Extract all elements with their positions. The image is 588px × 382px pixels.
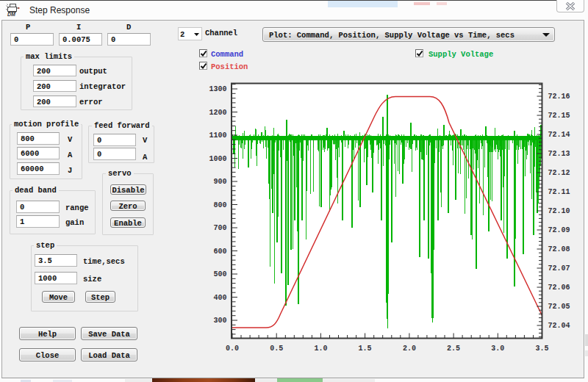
svg-text:72.09: 72.09: [548, 226, 570, 234]
svg-text:72.12: 72.12: [548, 169, 570, 177]
svg-text:72.06: 72.06: [548, 284, 570, 292]
svg-text:1.5: 1.5: [359, 345, 372, 353]
svg-text:72.05: 72.05: [548, 303, 570, 311]
svg-text:700: 700: [213, 224, 226, 232]
svg-text:3.5: 3.5: [535, 345, 548, 353]
svg-text:1100: 1100: [209, 131, 226, 140]
svg-text:300: 300: [213, 317, 226, 325]
svg-text:600: 600: [213, 248, 226, 256]
svg-text:1.0: 1.0: [314, 345, 327, 353]
svg-text:500: 500: [213, 270, 226, 278]
svg-text:72.15: 72.15: [548, 112, 570, 120]
svg-text:2.0: 2.0: [403, 345, 416, 353]
svg-text:72.10: 72.10: [548, 207, 570, 215]
svg-text:72.08: 72.08: [548, 245, 570, 253]
svg-text:72.16: 72.16: [548, 93, 570, 101]
svg-text:72.13: 72.13: [548, 150, 570, 158]
svg-text:1300: 1300: [209, 85, 226, 93]
svg-text:72.11: 72.11: [548, 188, 570, 196]
svg-text:900: 900: [213, 178, 226, 186]
svg-text:72.14: 72.14: [548, 131, 570, 139]
svg-text:72.04: 72.04: [548, 322, 570, 330]
svg-text:3.0: 3.0: [491, 345, 504, 353]
svg-text:72.07: 72.07: [548, 264, 570, 273]
svg-text:0.0: 0.0: [226, 345, 239, 353]
svg-text:400: 400: [213, 294, 226, 302]
svg-text:1000: 1000: [209, 155, 226, 163]
svg-text:1200: 1200: [209, 109, 226, 117]
svg-text:0.5: 0.5: [270, 345, 283, 353]
svg-text:2.5: 2.5: [447, 345, 460, 353]
svg-text:800: 800: [213, 201, 226, 209]
